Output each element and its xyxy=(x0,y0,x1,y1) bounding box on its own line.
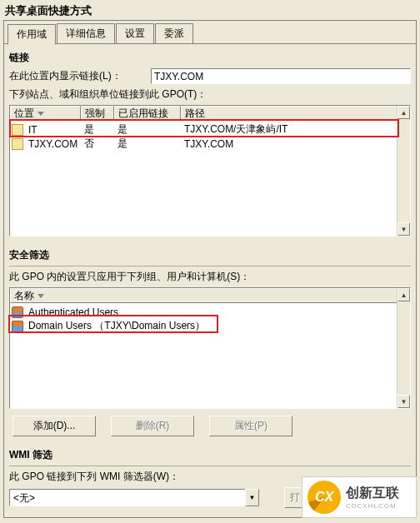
col-location[interactable]: 位置 xyxy=(10,106,81,121)
col-force[interactable]: 强制 xyxy=(81,106,114,121)
scroll-down-icon[interactable]: ▼ xyxy=(398,222,410,236)
scroll-up-icon[interactable]: ▲ xyxy=(398,106,410,119)
ou-icon xyxy=(12,124,23,136)
links-heading: 链接 xyxy=(9,51,411,65)
show-links-input[interactable] xyxy=(151,68,411,84)
group-icon xyxy=(12,321,23,332)
window-title: 共享桌面快捷方式 xyxy=(0,0,420,20)
cell-enabled: 是 xyxy=(114,122,181,137)
logo-subtext: CDCXHLCOM xyxy=(346,502,399,510)
tab-settings[interactable]: 设置 xyxy=(116,23,154,43)
show-links-label: 在此位置内显示链接(L)： xyxy=(9,69,151,83)
cell-force: 否 xyxy=(81,137,114,151)
logo-glyph: CX xyxy=(308,481,341,514)
security-heading: 安全筛选 xyxy=(9,248,411,262)
scroll-up-icon[interactable]: ▲ xyxy=(398,288,410,301)
logo-text: 创新互联 xyxy=(346,485,399,502)
cell-name: Domain Users （TJXY\Domain Users） xyxy=(25,319,208,333)
scrollbar[interactable]: ▲ ▼ xyxy=(397,288,410,408)
watermark-logo: CX 创新互联 CDCXHLCOM xyxy=(302,476,417,518)
add-button[interactable]: 添加(D)... xyxy=(12,416,96,436)
tab-strip: 作用域 详细信息 设置 委派 xyxy=(4,21,416,44)
links-list[interactable]: 位置 强制 已启用链接 路径 IT 是 是 TJXY.COM/天津象屿/IT T… xyxy=(9,105,411,237)
tab-details[interactable]: 详细信息 xyxy=(57,23,115,43)
tab-delegation[interactable]: 委派 xyxy=(155,23,193,43)
scroll-down-icon[interactable]: ▼ xyxy=(398,395,410,408)
ou-icon xyxy=(12,138,23,150)
remove-button: 删除(R) xyxy=(111,416,194,436)
tab-scope[interactable]: 作用域 xyxy=(8,24,56,45)
col-enabled[interactable]: 已启用链接 xyxy=(114,106,181,121)
group-icon xyxy=(12,306,23,318)
table-row[interactable]: IT 是 是 TJXY.COM/天津象屿/IT xyxy=(10,122,410,137)
col-path[interactable]: 路径 xyxy=(181,106,410,121)
wmi-heading: WMI 筛选 xyxy=(9,448,411,462)
list-item[interactable]: Authenticated Users xyxy=(10,305,410,319)
cell-enabled: 是 xyxy=(114,137,181,151)
cell-force: 是 xyxy=(81,122,114,137)
table-row[interactable]: TJXY.COM 否 是 TJXY.COM xyxy=(10,137,410,151)
scrollbar[interactable]: ▲ ▼ xyxy=(397,106,410,236)
security-list[interactable]: 名称 Authenticated Users Domain Users （TJX… xyxy=(9,287,411,409)
cell-path: TJXY.COM/天津象屿/IT xyxy=(181,122,410,137)
links-list-header: 位置 强制 已启用链接 路径 xyxy=(10,106,410,121)
cell-loc: IT xyxy=(25,124,81,136)
wmi-filter-select[interactable]: <无> ▼ xyxy=(9,489,259,506)
security-desc: 此 GPO 内的设置只应用于下列组、用户和计算机(S)： xyxy=(9,270,411,284)
cell-name: Authenticated Users xyxy=(25,306,122,318)
col-name[interactable]: 名称 xyxy=(10,288,410,303)
properties-button: 属性(P) xyxy=(209,416,292,436)
cell-loc: TJXY.COM xyxy=(25,138,81,150)
cell-path: TJXY.COM xyxy=(181,138,410,150)
chevron-down-icon[interactable]: ▼ xyxy=(245,489,259,506)
wmi-filter-value: <无> xyxy=(9,489,245,506)
list-item[interactable]: Domain Users （TJXY\Domain Users） xyxy=(10,319,410,333)
linked-sites-label: 下列站点、域和组织单位链接到此 GPO(T)： xyxy=(9,87,207,102)
